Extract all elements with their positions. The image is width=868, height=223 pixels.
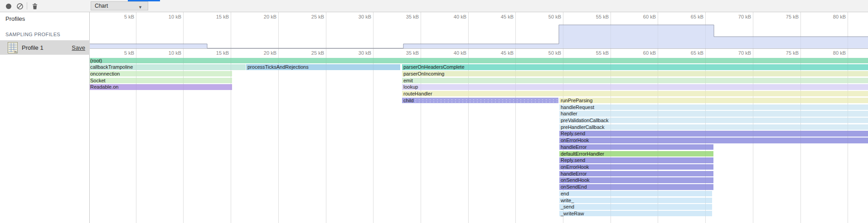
flame-bar-label: parserOnIncoming [402,71,868,76]
flame-bar[interactable]: end [559,191,712,196]
ruler-tick-label: 10 kB [150,50,181,56]
ruler-tick-label: 20 kB [245,14,276,19]
flame-bar[interactable]: onSendHook [559,177,713,183]
flame-bar[interactable]: onconnection [89,71,232,76]
ruler-tick-label: 55 kB [577,14,609,19]
flame-bar[interactable]: preValidationCallback [559,118,868,123]
gridline [705,12,706,223]
toolbar: Chart ▼ [0,0,868,12]
ruler-tick-label: 65 kB [672,50,703,56]
ruler-tick-label: 15 kB [197,50,229,56]
flame-bar[interactable]: handleRequest [559,104,868,110]
flame-bar-label: handleRequest [559,104,868,110]
ruler-tick-label: 10 kB [150,14,181,19]
ruler-tick-label: 25 kB [292,50,324,56]
ruler-tick-label: 5 kB [102,14,134,19]
flame-bar[interactable]: parserOnIncoming [402,71,868,76]
flame-bar-label: onSendEnd [559,184,713,190]
flame-bar[interactable]: preHandlerCallback [559,124,868,130]
gridline [326,12,326,223]
flame-bar-label: _writeRaw [559,211,712,216]
flame-bar-label: runPreParsing [559,98,868,103]
ruler-tick-label: 75 kB [767,14,799,19]
ruler-tick-label: 65 kB [672,14,703,19]
flame-bar-label: onconnection [89,71,232,76]
ruler-tick-label: 80 kB [814,14,846,19]
flame-bar-label: Readable.on [89,84,232,90]
overview-bottom-border [89,48,868,49]
ruler-tick-label: 80 kB [814,50,846,56]
flame-bar-label: write_ [559,198,712,203]
flame-bar-label: _send [559,204,712,209]
flame-bar[interactable]: callbackTrampoline [89,64,246,70]
flame-bar[interactable]: onErrorHook [559,138,868,143]
chart-view-select[interactable]: Chart ▼ [91,1,148,10]
sidebar-item-profile-1[interactable]: % Profile 1 Save [0,40,90,55]
gridline [421,12,421,223]
ruler-tick-label: 30 kB [339,14,371,19]
gridline [231,12,231,223]
ruler-tick-label: 55 kB [577,50,609,56]
flame-bar[interactable]: _writeRaw [559,211,712,216]
flame-bar-label: callbackTrampoline [89,64,246,70]
flame-bar[interactable]: lookup [402,84,868,90]
ruler-tick-label: 70 kB [719,50,751,56]
gridline [136,12,136,223]
gridline [658,12,658,223]
chevron-down-icon: ▼ [138,3,142,11]
flame-bar[interactable]: handleError [559,144,713,150]
ruler-tick-label: 60 kB [624,14,656,19]
ruler-tick-label: 25 kB [292,14,324,19]
ruler-tick-label: 35 kB [387,14,419,19]
gridline [753,12,753,223]
flame-bar[interactable]: runPreParsing [559,98,868,103]
flame-bar-label: Reply.send [559,157,713,163]
clear-button[interactable] [16,2,24,10]
flame-bar-label: (root) [89,58,868,63]
profiles-title: Profiles [5,15,25,22]
ruler-tick-label: 60 kB [624,50,656,56]
flame-bar[interactable]: emit [402,78,868,83]
flame-bar[interactable]: _send [559,204,712,209]
gridline [800,12,801,223]
delete-profile-button[interactable] [31,2,39,10]
ruler-tick-label: 50 kB [529,50,561,56]
flame-bar[interactable]: Socket [89,78,232,83]
flame-bar[interactable]: processTicksAndRejections [246,64,400,70]
flame-bar[interactable]: defaultErrorHandler [559,151,713,157]
flame-bar-label: parserOnHeadersComplete [402,64,868,70]
flame-bar-label: preValidationCallback [559,118,868,123]
save-link[interactable]: Save [72,44,85,51]
flame-bar-label: defaultErrorHandler [559,151,713,157]
gridline [848,12,848,223]
flame-bar[interactable]: handler [559,111,868,116]
flame-bar[interactable]: onErrorHook [559,164,713,170]
flame-bar-label: onErrorHook [559,138,868,143]
flame-bar[interactable]: routeHandler [402,91,868,96]
flame-bar[interactable]: Reply.send [559,131,868,136]
flame-bar-label: handleError [559,171,713,176]
flame-bar[interactable]: Readable.on [89,84,232,90]
ruler-tick-label: 35 kB [387,50,419,56]
ruler-tick-label: 20 kB [245,50,276,56]
gridline [278,12,279,223]
gridline [373,12,373,223]
flame-bar-label: routeHandler [402,91,868,96]
flame-bar[interactable]: handleError [559,171,713,176]
record-button[interactable] [5,2,13,10]
flame-bar[interactable]: Reply.send [559,157,713,163]
flame-bar[interactable]: parserOnHeadersComplete [402,64,868,70]
memory-profiler-panel: 5 kB10 kB15 kB20 kB25 kB30 kB35 kB40 kB4… [0,0,868,223]
ruler-tick-label: 15 kB [197,14,229,19]
flame-bar[interactable]: onSendEnd [559,184,713,190]
gridline [468,12,469,223]
flame-bar[interactable]: (root) [89,58,868,63]
flame-bar[interactable]: child [402,98,558,103]
flame-bar-label: preHandlerCallback [559,124,868,130]
flame-bar-label: emit [402,78,868,83]
ruler-tick-label: 50 kB [529,14,561,19]
flame-bar[interactable]: write_ [559,198,712,203]
ruler-tick-label: 40 kB [435,50,466,56]
profile-name: Profile 1 [22,44,44,51]
ruler-tick-label: 75 kB [767,50,799,56]
